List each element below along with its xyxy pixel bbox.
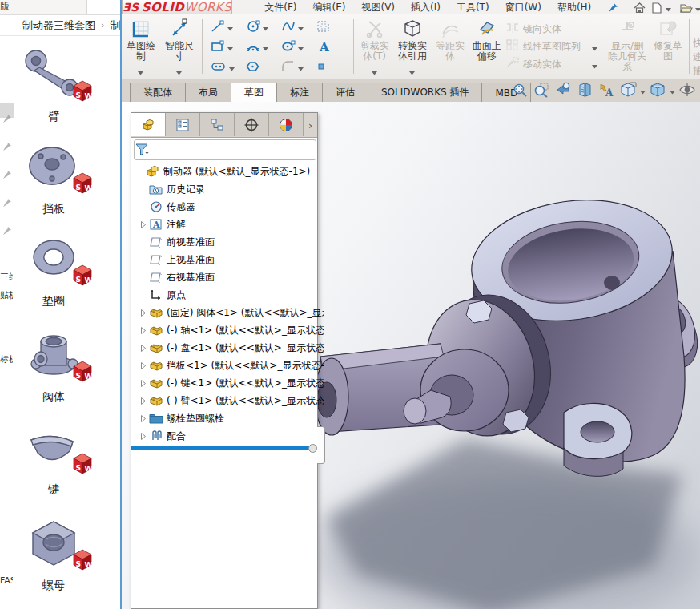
dropdown-caret-icon[interactable] (592, 57, 597, 72)
panel-expand-chevron-icon[interactable]: › (304, 113, 317, 137)
file-item-part-arm[interactable]: SW臂 (0, 43, 107, 124)
toolbar-button-sketch[interactable]: 草图绘制 (122, 14, 160, 79)
file-item-part-valve[interactable]: SW阀体 (0, 324, 107, 405)
toolbar-button-repair[interactable]: 修复草图 (650, 14, 686, 79)
dropdown-caret-icon[interactable] (640, 83, 646, 98)
command-tab-1[interactable]: 布局 (185, 83, 231, 102)
expander-icon[interactable] (138, 362, 149, 369)
dropdown-caret-icon[interactable] (670, 83, 675, 98)
tree-row-part[interactable]: (-) 轴<1> (默认<<默认>_显示状态- (131, 321, 324, 339)
toolbar-button-offset[interactable]: 等距实体 (432, 14, 469, 79)
menu-2[interactable]: 视图(V) (353, 0, 403, 14)
dimxpert-tab[interactable] (235, 113, 269, 136)
expander-icon[interactable] (138, 309, 149, 317)
tree-row-plane[interactable]: 右视基准面 (131, 268, 324, 286)
tree-row-origin[interactable]: 原点 (131, 286, 324, 304)
tree-row-part[interactable]: 挡板<1> (默认<<默认>_显示状态- (131, 357, 324, 374)
menu-6[interactable]: 帮助(H) (549, 0, 599, 14)
new-document-caret[interactable] (666, 0, 671, 14)
menu-3[interactable]: 插入(I) (403, 0, 449, 14)
menu-1[interactable]: 编辑(E) (305, 0, 354, 14)
breadcrumb[interactable]: 制动器三维套图 › 制动器 (0, 15, 122, 36)
toolbar-button-move[interactable]: 移动实体 (505, 55, 581, 73)
previous-view-icon[interactable] (553, 81, 573, 99)
tree-row-plane[interactable]: 上视基准面 (131, 251, 324, 268)
toolbar-button-relations[interactable]: 显示/删除几何关系 (605, 14, 650, 79)
file-item-part-key[interactable]: SW键 (0, 416, 107, 497)
tool-rectangle[interactable] (207, 37, 243, 57)
open-document-icon[interactable] (678, 2, 695, 14)
command-tab-5[interactable]: SOLIDWORKS 插件 (368, 83, 482, 102)
annotation-view-icon[interactable]: A (597, 81, 616, 99)
displaymanager-tab[interactable] (269, 113, 304, 136)
tree-row-part[interactable]: (-) 臂<1> (默认<<默认>_显示状态- (131, 392, 324, 409)
tool-fillet[interactable] (278, 57, 313, 77)
panel-splitter-handle[interactable] (317, 426, 325, 464)
open-document-caret[interactable] (695, 0, 700, 14)
tool-line[interactable] (207, 17, 243, 37)
tree-row-part[interactable]: (-) 盘<1> (默认<<默认>_显示状态- (131, 339, 324, 357)
tree-filter-box[interactable] (134, 139, 316, 160)
file-item-part-plate[interactable]: SW挡板 (0, 135, 107, 216)
zoom-fit-icon[interactable] (510, 81, 529, 99)
expander-icon[interactable] (138, 433, 149, 440)
expander-icon[interactable] (138, 380, 149, 387)
file-item-part-washer[interactable]: SW垫圈 (0, 228, 107, 309)
dropdown-caret-icon[interactable] (409, 63, 415, 79)
toolbar-button-surface-offset[interactable]: 曲面上偏移 (469, 14, 505, 79)
menu-0[interactable]: 文件(F) (256, 0, 304, 14)
menu-5[interactable]: 窗口(W) (497, 0, 549, 14)
tree-row-plane[interactable]: 前视基准面 (131, 233, 324, 251)
dropdown-caret-icon[interactable] (138, 63, 143, 79)
tree-row-part[interactable]: (固定) 阀体<1> (默认<<默认>_显示状态- (131, 304, 324, 321)
toolbar-button-convert[interactable]: 转换实体引用 (392, 14, 432, 79)
tool-selectbox[interactable] (313, 17, 348, 37)
tree-row-history[interactable]: 历史记录 (131, 180, 324, 198)
tool-arc[interactable] (243, 37, 278, 57)
dropdown-caret-icon[interactable] (298, 19, 304, 34)
command-tab-0[interactable]: 装配体 (130, 83, 186, 102)
dropdown-caret-icon[interactable] (263, 39, 268, 54)
dropdown-caret-icon[interactable] (227, 19, 233, 34)
rollback-bar[interactable] (131, 446, 316, 450)
tool-slot[interactable] (207, 57, 243, 77)
dropdown-caret-icon[interactable] (227, 39, 233, 54)
section-view-icon[interactable] (575, 81, 594, 99)
dropdown-caret-icon[interactable] (372, 63, 377, 79)
dropdown-caret-icon[interactable] (176, 63, 182, 79)
expander-icon[interactable] (138, 221, 149, 228)
tool-text[interactable]: A (313, 37, 348, 57)
expander-icon[interactable] (138, 327, 149, 334)
dropdown-caret-icon[interactable] (229, 59, 235, 75)
tree-row-folder[interactable]: 螺栓垫圈螺栓 (131, 409, 324, 427)
bottom-lug[interactable] (564, 403, 632, 476)
toolbar-button-mirror[interactable]: 镜向实体 (505, 20, 581, 38)
view-orientation-icon[interactable] (618, 81, 638, 99)
toolbar-button-linear-pattern[interactable]: 线性草图阵列 (505, 38, 581, 55)
tree-row-mates[interactable]: 配合 (131, 427, 324, 445)
tool-circle[interactable] (243, 17, 278, 37)
tool-spline[interactable] (278, 17, 313, 37)
breadcrumb-root[interactable]: 制动器三维套图 (22, 18, 95, 33)
tree-row-annotations[interactable]: A 注解 (131, 216, 324, 233)
dropdown-caret-icon[interactable] (592, 39, 597, 54)
configurationmanager-tab[interactable] (200, 113, 235, 136)
dropdown-caret-icon[interactable] (263, 19, 268, 34)
rollback-grip[interactable] (308, 444, 317, 453)
expander-icon[interactable] (138, 345, 149, 352)
menu-4[interactable]: 工具(T) (449, 0, 497, 14)
tool-ellipse[interactable] (278, 37, 313, 57)
dropdown-caret-icon[interactable] (298, 39, 304, 54)
zoom-area-icon[interactable] (532, 81, 551, 99)
expander-icon[interactable] (138, 415, 149, 422)
hide-show-items-icon[interactable] (678, 81, 697, 99)
tree-row-part[interactable]: (-) 键<1> (默认<<默认>_显示状态- (131, 374, 324, 392)
new-document-icon[interactable] (648, 2, 666, 14)
featuremanager-tab[interactable] (131, 113, 166, 136)
toolbar-partial-button[interactable]: 快速捕捉 (693, 14, 700, 79)
command-tab-2[interactable]: 草图 (231, 83, 277, 102)
toolbar-button-smart-dim[interactable]: 智能尺寸 (160, 14, 199, 79)
tree-row-assembly[interactable]: 制动器 (默认<默认_显示状态-1>) (131, 163, 320, 180)
dropdown-caret-icon[interactable] (298, 59, 304, 75)
command-tab-3[interactable]: 标注 (276, 83, 323, 102)
